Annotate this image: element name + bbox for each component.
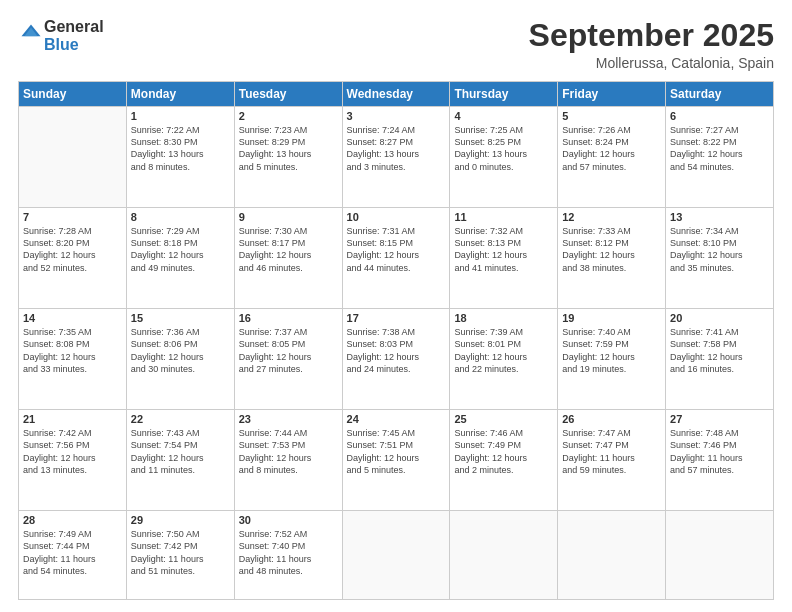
calendar-cell — [450, 511, 558, 600]
day-number: 25 — [454, 413, 553, 425]
day-number: 27 — [670, 413, 769, 425]
day-info: Sunrise: 7:44 AM Sunset: 7:53 PM Dayligh… — [239, 427, 338, 476]
weekday-header-saturday: Saturday — [666, 82, 774, 107]
calendar-cell: 3Sunrise: 7:24 AM Sunset: 8:27 PM Daylig… — [342, 107, 450, 208]
day-info: Sunrise: 7:46 AM Sunset: 7:49 PM Dayligh… — [454, 427, 553, 476]
day-info: Sunrise: 7:39 AM Sunset: 8:01 PM Dayligh… — [454, 326, 553, 375]
day-info: Sunrise: 7:33 AM Sunset: 8:12 PM Dayligh… — [562, 225, 661, 274]
day-number: 26 — [562, 413, 661, 425]
calendar-cell — [342, 511, 450, 600]
day-number: 21 — [23, 413, 122, 425]
week-row-3: 21Sunrise: 7:42 AM Sunset: 7:56 PM Dayli… — [19, 410, 774, 511]
calendar-cell: 13Sunrise: 7:34 AM Sunset: 8:10 PM Dayli… — [666, 208, 774, 309]
day-info: Sunrise: 7:34 AM Sunset: 8:10 PM Dayligh… — [670, 225, 769, 274]
day-info: Sunrise: 7:31 AM Sunset: 8:15 PM Dayligh… — [347, 225, 446, 274]
week-row-4: 28Sunrise: 7:49 AM Sunset: 7:44 PM Dayli… — [19, 511, 774, 600]
day-number: 7 — [23, 211, 122, 223]
month-title: September 2025 — [529, 18, 774, 53]
day-info: Sunrise: 7:37 AM Sunset: 8:05 PM Dayligh… — [239, 326, 338, 375]
calendar-cell: 5Sunrise: 7:26 AM Sunset: 8:24 PM Daylig… — [558, 107, 666, 208]
day-info: Sunrise: 7:41 AM Sunset: 7:58 PM Dayligh… — [670, 326, 769, 375]
day-number: 15 — [131, 312, 230, 324]
day-number: 8 — [131, 211, 230, 223]
day-number: 10 — [347, 211, 446, 223]
calendar-cell: 27Sunrise: 7:48 AM Sunset: 7:46 PM Dayli… — [666, 410, 774, 511]
week-row-0: 1Sunrise: 7:22 AM Sunset: 8:30 PM Daylig… — [19, 107, 774, 208]
day-number: 20 — [670, 312, 769, 324]
calendar-cell: 2Sunrise: 7:23 AM Sunset: 8:29 PM Daylig… — [234, 107, 342, 208]
day-info: Sunrise: 7:49 AM Sunset: 7:44 PM Dayligh… — [23, 528, 122, 577]
calendar-cell: 22Sunrise: 7:43 AM Sunset: 7:54 PM Dayli… — [126, 410, 234, 511]
day-number: 6 — [670, 110, 769, 122]
day-info: Sunrise: 7:35 AM Sunset: 8:08 PM Dayligh… — [23, 326, 122, 375]
header: General Blue September 2025 Mollerussa, … — [18, 18, 774, 71]
day-info: Sunrise: 7:43 AM Sunset: 7:54 PM Dayligh… — [131, 427, 230, 476]
logo: General Blue — [18, 18, 104, 53]
day-info: Sunrise: 7:38 AM Sunset: 8:03 PM Dayligh… — [347, 326, 446, 375]
day-number: 11 — [454, 211, 553, 223]
week-row-1: 7Sunrise: 7:28 AM Sunset: 8:20 PM Daylig… — [19, 208, 774, 309]
day-info: Sunrise: 7:40 AM Sunset: 7:59 PM Dayligh… — [562, 326, 661, 375]
calendar-cell: 6Sunrise: 7:27 AM Sunset: 8:22 PM Daylig… — [666, 107, 774, 208]
day-info: Sunrise: 7:22 AM Sunset: 8:30 PM Dayligh… — [131, 124, 230, 173]
calendar-cell — [19, 107, 127, 208]
day-info: Sunrise: 7:25 AM Sunset: 8:25 PM Dayligh… — [454, 124, 553, 173]
day-info: Sunrise: 7:29 AM Sunset: 8:18 PM Dayligh… — [131, 225, 230, 274]
calendar-cell: 19Sunrise: 7:40 AM Sunset: 7:59 PM Dayli… — [558, 309, 666, 410]
day-info: Sunrise: 7:45 AM Sunset: 7:51 PM Dayligh… — [347, 427, 446, 476]
day-number: 4 — [454, 110, 553, 122]
day-number: 2 — [239, 110, 338, 122]
calendar-cell: 24Sunrise: 7:45 AM Sunset: 7:51 PM Dayli… — [342, 410, 450, 511]
calendar-cell: 7Sunrise: 7:28 AM Sunset: 8:20 PM Daylig… — [19, 208, 127, 309]
day-number: 14 — [23, 312, 122, 324]
title-block: September 2025 Mollerussa, Catalonia, Sp… — [529, 18, 774, 71]
calendar-cell: 18Sunrise: 7:39 AM Sunset: 8:01 PM Dayli… — [450, 309, 558, 410]
week-row-2: 14Sunrise: 7:35 AM Sunset: 8:08 PM Dayli… — [19, 309, 774, 410]
location: Mollerussa, Catalonia, Spain — [529, 55, 774, 71]
day-info: Sunrise: 7:32 AM Sunset: 8:13 PM Dayligh… — [454, 225, 553, 274]
calendar-cell: 26Sunrise: 7:47 AM Sunset: 7:47 PM Dayli… — [558, 410, 666, 511]
day-info: Sunrise: 7:47 AM Sunset: 7:47 PM Dayligh… — [562, 427, 661, 476]
weekday-header-row: SundayMondayTuesdayWednesdayThursdayFrid… — [19, 82, 774, 107]
calendar-cell: 20Sunrise: 7:41 AM Sunset: 7:58 PM Dayli… — [666, 309, 774, 410]
day-number: 5 — [562, 110, 661, 122]
calendar-cell: 28Sunrise: 7:49 AM Sunset: 7:44 PM Dayli… — [19, 511, 127, 600]
day-info: Sunrise: 7:36 AM Sunset: 8:06 PM Dayligh… — [131, 326, 230, 375]
day-info: Sunrise: 7:30 AM Sunset: 8:17 PM Dayligh… — [239, 225, 338, 274]
day-number: 19 — [562, 312, 661, 324]
calendar-cell: 16Sunrise: 7:37 AM Sunset: 8:05 PM Dayli… — [234, 309, 342, 410]
calendar-table: SundayMondayTuesdayWednesdayThursdayFrid… — [18, 81, 774, 600]
day-info: Sunrise: 7:27 AM Sunset: 8:22 PM Dayligh… — [670, 124, 769, 173]
calendar-cell: 15Sunrise: 7:36 AM Sunset: 8:06 PM Dayli… — [126, 309, 234, 410]
calendar-cell: 9Sunrise: 7:30 AM Sunset: 8:17 PM Daylig… — [234, 208, 342, 309]
calendar-cell — [558, 511, 666, 600]
logo-blue: Blue — [44, 36, 104, 54]
day-number: 12 — [562, 211, 661, 223]
weekday-header-tuesday: Tuesday — [234, 82, 342, 107]
day-number: 24 — [347, 413, 446, 425]
day-number: 23 — [239, 413, 338, 425]
day-info: Sunrise: 7:23 AM Sunset: 8:29 PM Dayligh… — [239, 124, 338, 173]
weekday-header-wednesday: Wednesday — [342, 82, 450, 107]
day-number: 13 — [670, 211, 769, 223]
calendar-cell: 14Sunrise: 7:35 AM Sunset: 8:08 PM Dayli… — [19, 309, 127, 410]
calendar-cell: 1Sunrise: 7:22 AM Sunset: 8:30 PM Daylig… — [126, 107, 234, 208]
calendar-cell: 12Sunrise: 7:33 AM Sunset: 8:12 PM Dayli… — [558, 208, 666, 309]
calendar-cell: 23Sunrise: 7:44 AM Sunset: 7:53 PM Dayli… — [234, 410, 342, 511]
day-number: 3 — [347, 110, 446, 122]
calendar-cell: 29Sunrise: 7:50 AM Sunset: 7:42 PM Dayli… — [126, 511, 234, 600]
day-number: 28 — [23, 514, 122, 526]
page: General Blue September 2025 Mollerussa, … — [0, 0, 792, 612]
day-number: 17 — [347, 312, 446, 324]
calendar-cell: 25Sunrise: 7:46 AM Sunset: 7:49 PM Dayli… — [450, 410, 558, 511]
day-number: 18 — [454, 312, 553, 324]
weekday-header-monday: Monday — [126, 82, 234, 107]
day-number: 16 — [239, 312, 338, 324]
day-info: Sunrise: 7:50 AM Sunset: 7:42 PM Dayligh… — [131, 528, 230, 577]
day-info: Sunrise: 7:28 AM Sunset: 8:20 PM Dayligh… — [23, 225, 122, 274]
day-info: Sunrise: 7:26 AM Sunset: 8:24 PM Dayligh… — [562, 124, 661, 173]
day-info: Sunrise: 7:24 AM Sunset: 8:27 PM Dayligh… — [347, 124, 446, 173]
day-number: 9 — [239, 211, 338, 223]
day-number: 22 — [131, 413, 230, 425]
day-number: 30 — [239, 514, 338, 526]
